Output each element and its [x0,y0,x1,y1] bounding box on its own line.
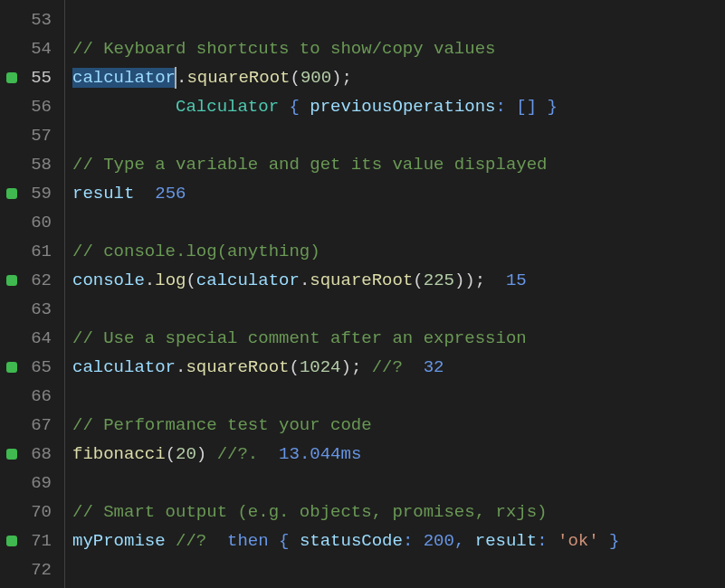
code-token: 225 [424,270,454,290]
code-token: //? [372,357,424,377]
gutter-marker-icon[interactable] [6,72,17,83]
gutter-row[interactable]: 70 [0,498,64,526]
code-token: , [454,531,475,551]
code-token: 200 [424,531,454,551]
code-token: ) [196,444,217,464]
code-token: console [72,270,145,290]
code-line[interactable]: calculator.squareRoot(900); [72,63,725,92]
code-token: . [300,270,310,290]
code-token: result [475,531,537,551]
code-line[interactable]: // console.log(anything) [72,237,725,266]
code-line[interactable]: calculator.squareRoot(1024); //? 32 [72,353,725,382]
code-token: ( [413,270,423,290]
code-token: 'ok' [558,531,599,551]
gutter-row[interactable]: 60 [0,208,64,237]
code-line[interactable]: myPromise //? then { statusCode: 200, re… [72,526,725,555]
code-line[interactable]: // Performance test your code [72,411,725,440]
code-token: 13.044ms [279,444,361,464]
code-token: calculator [196,270,300,290]
code-area[interactable]: // Keyboard shortcuts to show/copy value… [65,0,725,588]
code-token: // Use a special comment after an expres… [72,328,527,348]
line-number: 61 [31,242,52,261]
code-editor[interactable]: 5354555657585960616263646566676869707172… [0,0,725,588]
gutter-row[interactable]: 64 [0,324,64,353]
code-token: squareRoot [186,68,290,88]
code-token: result [72,184,134,204]
line-number: 69 [31,473,52,493]
code-line[interactable] [72,5,725,34]
gutter-marker-icon[interactable] [6,362,17,373]
line-number: 55 [31,68,52,88]
code-token: calculator [72,357,176,377]
code-token: squareRoot [186,357,289,377]
code-token: : [403,531,424,551]
gutter-row[interactable]: 62 [0,266,64,295]
code-line[interactable] [72,121,725,150]
code-line[interactable] [72,382,725,411]
gutter-row[interactable]: 59 [0,179,64,208]
code-token: ); [331,68,352,88]
line-number: 56 [31,97,52,117]
code-token: ( [290,68,300,88]
gutter-row[interactable]: 66 [0,382,64,411]
code-line[interactable]: // Smart output (e.g. objects, promises,… [72,498,725,526]
code-line[interactable]: console.log(calculator.squareRoot(225));… [72,266,725,295]
code-token: // Type a variable and get its value dis… [72,155,548,175]
code-token: 15 [506,270,527,290]
code-token: ( [166,444,176,464]
code-line[interactable]: // Use a special comment after an expres… [72,324,725,353]
code-line[interactable] [72,208,725,237]
code-token: // Smart output (e.g. objects, promises,… [72,502,548,522]
code-token: 256 [155,184,186,204]
code-token: . [145,270,155,290]
code-token: // Performance test your code [72,415,372,435]
code-token: 900 [300,68,331,88]
line-number: 72 [31,560,52,580]
code-token: Calculator [176,97,279,117]
code-token: calculator [72,68,176,88]
code-token: . [176,68,186,88]
gutter-marker-icon[interactable] [6,536,17,546]
gutter-row[interactable]: 68 [0,440,64,469]
code-token: log [155,270,186,290]
code-token: ); [340,357,371,377]
code-token [166,531,176,551]
code-line[interactable]: fibonacci(20) //?. 13.044ms [72,440,725,469]
code-token: //? [176,531,227,551]
line-number: 67 [31,415,52,435]
code-line[interactable] [72,555,725,584]
gutter-row[interactable]: 57 [0,121,64,150]
code-line[interactable]: result 256 [72,179,725,208]
gutter-row[interactable]: 72 [0,555,64,584]
gutter-row[interactable]: 58 [0,150,64,179]
gutter-row[interactable]: 56 [0,92,64,121]
code-line[interactable] [72,469,725,498]
code-token: previousOperations [310,97,495,117]
gutter-row[interactable]: 67 [0,411,64,440]
gutter-row[interactable]: 65 [0,353,64,382]
gutter-marker-icon[interactable] [6,188,17,199]
gutter-row[interactable]: 71 [0,526,64,555]
gutter-row[interactable]: 55 [0,63,64,92]
line-number: 70 [31,502,52,522]
code-line[interactable]: Calculator { previousOperations: [] } [72,92,725,121]
line-number: 65 [31,357,52,377]
gutter-row[interactable]: 53 [0,5,64,34]
line-number: 62 [31,270,52,290]
code-token: ( [289,357,299,377]
line-number: 64 [31,328,52,348]
line-number: 57 [31,126,52,146]
gutter: 5354555657585960616263646566676869707172 [0,0,65,588]
code-line[interactable]: // Keyboard shortcuts to show/copy value… [72,34,725,63]
gutter-marker-icon[interactable] [6,275,17,286]
gutter-row[interactable]: 69 [0,469,64,498]
line-number: 53 [31,10,52,30]
code-line[interactable] [72,295,725,324]
gutter-row[interactable]: 54 [0,34,64,63]
gutter-row[interactable]: 63 [0,295,64,324]
code-line[interactable]: // Type a variable and get its value dis… [72,150,725,179]
gutter-row[interactable]: 61 [0,237,64,266]
gutter-marker-icon[interactable] [6,449,17,460]
code-token: . [176,357,186,377]
code-token: then { [227,531,300,551]
